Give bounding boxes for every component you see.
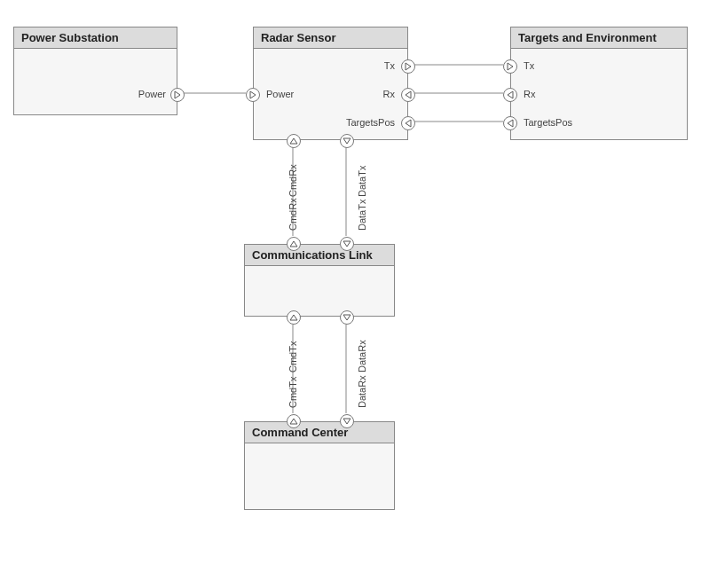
triangle-down-icon bbox=[343, 417, 351, 426]
port-rx[interactable] bbox=[401, 88, 415, 102]
port-label-tx: Tx bbox=[384, 60, 395, 71]
block-radar-sensor[interactable]: Radar Sensor Power Tx Rx TargetsPos bbox=[253, 27, 408, 140]
port-tx-in[interactable] bbox=[503, 59, 517, 74]
port-datarx[interactable] bbox=[340, 414, 354, 428]
port-datatx[interactable] bbox=[340, 134, 354, 148]
svg-marker-19 bbox=[343, 241, 350, 247]
vlabel-cmdrx-lower: CmdRx bbox=[287, 198, 298, 231]
svg-marker-16 bbox=[508, 91, 513, 98]
port-power-out[interactable] bbox=[170, 88, 185, 102]
svg-marker-14 bbox=[343, 138, 350, 144]
triangle-left-icon bbox=[404, 90, 413, 99]
port-datatx-top[interactable] bbox=[340, 237, 354, 251]
block-title: Radar Sensor bbox=[254, 27, 407, 49]
port-targetspos[interactable] bbox=[401, 116, 415, 130]
vlabel-datatx-upper: DataTx bbox=[357, 166, 367, 197]
port-label-tx: Tx bbox=[524, 60, 534, 71]
vlabel-cmdrx-upper: CmdRx bbox=[287, 164, 298, 197]
vlabel-datatx-lower: DataTx bbox=[357, 200, 367, 231]
block-targets-environment[interactable]: Targets and Environment Tx Rx TargetsPos bbox=[510, 27, 688, 140]
port-cmdtx-bot[interactable] bbox=[287, 310, 301, 325]
triangle-down-icon bbox=[343, 239, 351, 248]
port-cmdrx-top[interactable] bbox=[287, 237, 301, 251]
svg-marker-20 bbox=[290, 315, 297, 320]
vlabel-datarx-upper: DataRx bbox=[357, 340, 367, 372]
svg-marker-22 bbox=[290, 419, 297, 424]
svg-marker-12 bbox=[406, 120, 411, 127]
vlabel-cmdtx-upper: CmdTx bbox=[287, 341, 298, 372]
port-datarx-bot[interactable] bbox=[340, 310, 354, 325]
block-command-center[interactable]: Command Center bbox=[244, 421, 395, 510]
svg-marker-18 bbox=[290, 241, 297, 247]
block-title: Targets and Environment bbox=[511, 27, 687, 49]
port-label-rx: Rx bbox=[524, 89, 535, 99]
triangle-down-icon bbox=[343, 313, 351, 322]
triangle-up-icon bbox=[289, 239, 298, 248]
port-cmdrx[interactable] bbox=[287, 134, 301, 148]
svg-marker-13 bbox=[290, 138, 297, 144]
svg-marker-21 bbox=[343, 315, 350, 320]
triangle-up-icon bbox=[289, 137, 298, 145]
port-tx[interactable] bbox=[401, 59, 415, 74]
port-targetspos-out[interactable] bbox=[503, 116, 517, 130]
svg-marker-8 bbox=[175, 91, 180, 98]
triangle-up-icon bbox=[289, 313, 298, 322]
triangle-down-icon bbox=[343, 137, 351, 145]
triangle-up-icon bbox=[289, 417, 298, 426]
svg-marker-17 bbox=[508, 120, 513, 127]
port-rx-out[interactable] bbox=[503, 88, 517, 102]
svg-marker-23 bbox=[343, 419, 350, 424]
block-title: Communications Link bbox=[245, 245, 394, 266]
triangle-right-icon bbox=[404, 62, 413, 71]
svg-marker-10 bbox=[406, 63, 411, 70]
port-label-power-in: Power bbox=[266, 89, 294, 99]
block-communications-link[interactable]: Communications Link bbox=[244, 244, 395, 317]
port-power-in[interactable] bbox=[246, 88, 260, 102]
vlabel-cmdtx-lower: CmdTx bbox=[287, 377, 298, 408]
port-label-power-out: Power bbox=[138, 89, 166, 99]
port-label-targetspos: TargetsPos bbox=[346, 117, 395, 128]
svg-marker-11 bbox=[406, 91, 411, 98]
triangle-right-icon bbox=[506, 62, 515, 71]
block-title: Command Center bbox=[245, 422, 394, 443]
port-label-rx: Rx bbox=[383, 89, 395, 99]
svg-marker-9 bbox=[250, 91, 256, 98]
triangle-left-icon bbox=[506, 119, 515, 128]
port-cmdtx[interactable] bbox=[287, 414, 301, 428]
triangle-left-icon bbox=[404, 119, 413, 128]
triangle-right-icon bbox=[173, 90, 182, 99]
svg-marker-15 bbox=[508, 63, 513, 70]
triangle-right-icon bbox=[248, 90, 257, 99]
block-title: Power Substation bbox=[14, 27, 177, 49]
port-label-targetspos: TargetsPos bbox=[524, 117, 572, 128]
block-power-substation[interactable]: Power Substation Power bbox=[13, 27, 177, 115]
triangle-left-icon bbox=[506, 90, 515, 99]
vlabel-datarx-lower: DataRx bbox=[357, 375, 367, 408]
